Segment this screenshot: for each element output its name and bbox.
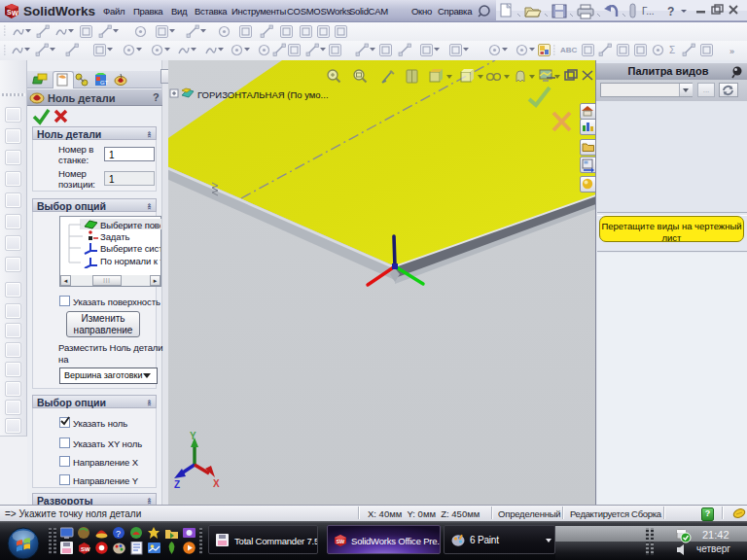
svg-text:Y: Y <box>190 431 196 441</box>
svg-text:Г...: Г... <box>642 6 655 17</box>
svg-text:W: W <box>12 10 18 17</box>
svg-text:Σ: Σ <box>669 45 675 55</box>
svg-text:?: ? <box>116 529 121 539</box>
svg-text:»: » <box>729 47 734 56</box>
svg-text:ABC: ABC <box>560 46 578 54</box>
svg-text:SW: SW <box>337 539 345 544</box>
svg-text:SW: SW <box>81 546 90 552</box>
svg-text:?: ? <box>667 5 674 18</box>
svg-text:Z: Z <box>174 479 180 490</box>
svg-text:X: X <box>213 478 220 489</box>
svg-text:ГОРИЗОНТАЛЬНАЯ (По умо...: ГОРИЗОНТАЛЬНАЯ (По умо... <box>197 89 329 100</box>
